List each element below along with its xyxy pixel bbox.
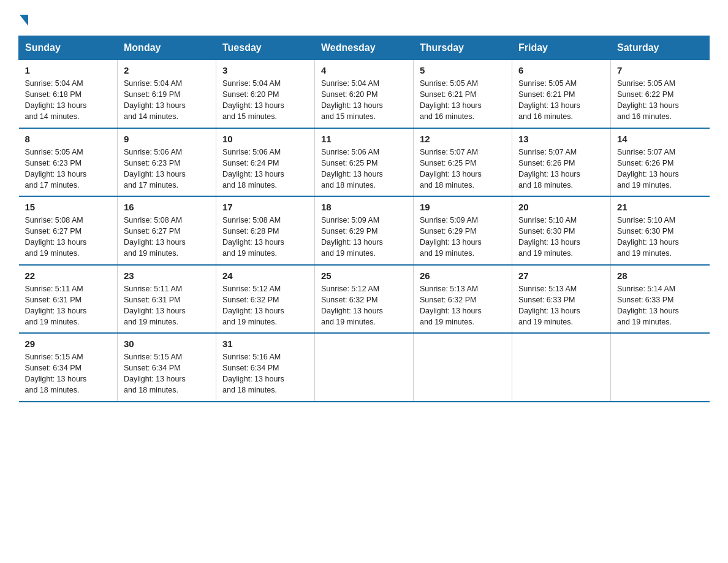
calendar-cell: 7Sunrise: 5:05 AMSunset: 6:22 PMDaylight… <box>611 60 710 128</box>
calendar-cell: 16Sunrise: 5:08 AMSunset: 6:27 PMDayligh… <box>118 196 216 265</box>
day-number: 22 <box>25 270 112 281</box>
day-info: Sunrise: 5:14 AMSunset: 6:33 PMDaylight:… <box>617 283 703 328</box>
day-number: 6 <box>518 65 604 75</box>
calendar-cell: 20Sunrise: 5:10 AMSunset: 6:30 PMDayligh… <box>512 196 611 265</box>
logo <box>18 12 29 23</box>
calendar-cell: 31Sunrise: 5:16 AMSunset: 6:34 PMDayligh… <box>216 333 315 402</box>
day-info: Sunrise: 5:10 AMSunset: 6:30 PMDaylight:… <box>617 215 703 259</box>
day-number: 23 <box>124 270 210 281</box>
day-info: Sunrise: 5:07 AMSunset: 6:26 PMDaylight:… <box>617 147 703 191</box>
day-info: Sunrise: 5:08 AMSunset: 6:27 PMDaylight:… <box>25 215 112 259</box>
calendar-week-row: 1Sunrise: 5:04 AMSunset: 6:18 PMDaylight… <box>19 60 710 128</box>
day-info: Sunrise: 5:10 AMSunset: 6:30 PMDaylight:… <box>518 215 604 259</box>
calendar-cell <box>315 333 414 402</box>
calendar-cell: 6Sunrise: 5:05 AMSunset: 6:21 PMDaylight… <box>512 60 611 128</box>
day-number: 19 <box>420 202 506 212</box>
day-number: 31 <box>222 339 308 349</box>
calendar-cell <box>414 333 512 402</box>
day-number: 4 <box>321 65 407 75</box>
calendar-cell: 1Sunrise: 5:04 AMSunset: 6:18 PMDaylight… <box>19 60 118 128</box>
calendar-cell <box>611 333 710 402</box>
day-number: 12 <box>420 134 506 144</box>
day-info: Sunrise: 5:09 AMSunset: 6:29 PMDaylight:… <box>420 215 506 259</box>
col-header-friday: Friday <box>512 36 611 60</box>
day-info: Sunrise: 5:04 AMSunset: 6:20 PMDaylight:… <box>321 78 407 123</box>
calendar-cell: 27Sunrise: 5:13 AMSunset: 6:33 PMDayligh… <box>512 265 611 334</box>
day-info: Sunrise: 5:12 AMSunset: 6:32 PMDaylight:… <box>222 283 308 328</box>
day-number: 26 <box>420 270 506 281</box>
day-info: Sunrise: 5:08 AMSunset: 6:28 PMDaylight:… <box>222 215 308 259</box>
day-number: 14 <box>617 134 703 144</box>
day-info: Sunrise: 5:07 AMSunset: 6:26 PMDaylight:… <box>518 147 604 191</box>
calendar-cell: 23Sunrise: 5:11 AMSunset: 6:31 PMDayligh… <box>118 265 216 334</box>
calendar-week-row: 8Sunrise: 5:05 AMSunset: 6:23 PMDaylight… <box>19 128 710 197</box>
day-number: 20 <box>518 202 604 212</box>
day-number: 17 <box>222 202 308 212</box>
calendar-cell <box>512 333 611 402</box>
col-header-sunday: Sunday <box>19 36 118 60</box>
day-info: Sunrise: 5:07 AMSunset: 6:25 PMDaylight:… <box>420 147 506 191</box>
day-info: Sunrise: 5:04 AMSunset: 6:19 PMDaylight:… <box>124 78 210 123</box>
calendar-cell: 11Sunrise: 5:06 AMSunset: 6:25 PMDayligh… <box>315 128 414 197</box>
day-info: Sunrise: 5:05 AMSunset: 6:23 PMDaylight:… <box>25 147 112 191</box>
day-info: Sunrise: 5:09 AMSunset: 6:29 PMDaylight:… <box>321 215 407 259</box>
calendar-cell: 30Sunrise: 5:15 AMSunset: 6:34 PMDayligh… <box>118 333 216 402</box>
day-number: 29 <box>25 339 112 349</box>
day-number: 15 <box>25 202 112 212</box>
day-info: Sunrise: 5:15 AMSunset: 6:34 PMDaylight:… <box>25 351 112 396</box>
calendar-cell: 18Sunrise: 5:09 AMSunset: 6:29 PMDayligh… <box>315 196 414 265</box>
day-info: Sunrise: 5:05 AMSunset: 6:21 PMDaylight:… <box>518 78 604 123</box>
day-number: 2 <box>124 65 210 75</box>
day-info: Sunrise: 5:08 AMSunset: 6:27 PMDaylight:… <box>124 215 210 259</box>
day-info: Sunrise: 5:16 AMSunset: 6:34 PMDaylight:… <box>222 351 308 396</box>
calendar-cell: 14Sunrise: 5:07 AMSunset: 6:26 PMDayligh… <box>611 128 710 197</box>
day-number: 30 <box>124 339 210 349</box>
calendar-cell: 19Sunrise: 5:09 AMSunset: 6:29 PMDayligh… <box>414 196 512 265</box>
calendar-cell: 29Sunrise: 5:15 AMSunset: 6:34 PMDayligh… <box>19 333 118 402</box>
calendar-week-row: 29Sunrise: 5:15 AMSunset: 6:34 PMDayligh… <box>19 333 710 402</box>
day-number: 27 <box>518 270 604 281</box>
calendar-cell: 22Sunrise: 5:11 AMSunset: 6:31 PMDayligh… <box>19 265 118 334</box>
calendar-cell: 9Sunrise: 5:06 AMSunset: 6:23 PMDaylight… <box>118 128 216 197</box>
day-number: 5 <box>420 65 506 75</box>
day-info: Sunrise: 5:06 AMSunset: 6:24 PMDaylight:… <box>222 147 308 191</box>
day-info: Sunrise: 5:12 AMSunset: 6:32 PMDaylight:… <box>321 283 407 328</box>
day-info: Sunrise: 5:05 AMSunset: 6:21 PMDaylight:… <box>420 78 506 123</box>
calendar-cell: 28Sunrise: 5:14 AMSunset: 6:33 PMDayligh… <box>611 265 710 334</box>
calendar-cell: 12Sunrise: 5:07 AMSunset: 6:25 PMDayligh… <box>414 128 512 197</box>
col-header-tuesday: Tuesday <box>216 36 315 60</box>
col-header-wednesday: Wednesday <box>315 36 414 60</box>
calendar-cell: 15Sunrise: 5:08 AMSunset: 6:27 PMDayligh… <box>19 196 118 265</box>
day-info: Sunrise: 5:04 AMSunset: 6:20 PMDaylight:… <box>222 78 308 123</box>
day-number: 24 <box>222 270 308 281</box>
day-info: Sunrise: 5:11 AMSunset: 6:31 PMDaylight:… <box>124 283 210 328</box>
col-header-thursday: Thursday <box>414 36 512 60</box>
day-info: Sunrise: 5:05 AMSunset: 6:22 PMDaylight:… <box>617 78 703 123</box>
logo-arrow-icon <box>20 15 28 26</box>
calendar-cell: 21Sunrise: 5:10 AMSunset: 6:30 PMDayligh… <box>611 196 710 265</box>
day-number: 1 <box>25 65 112 75</box>
day-number: 28 <box>617 270 703 281</box>
calendar-cell: 26Sunrise: 5:13 AMSunset: 6:32 PMDayligh… <box>414 265 512 334</box>
day-info: Sunrise: 5:11 AMSunset: 6:31 PMDaylight:… <box>25 283 112 328</box>
day-number: 10 <box>222 134 308 144</box>
day-info: Sunrise: 5:15 AMSunset: 6:34 PMDaylight:… <box>124 351 210 396</box>
calendar-cell: 8Sunrise: 5:05 AMSunset: 6:23 PMDaylight… <box>19 128 118 197</box>
calendar-cell: 25Sunrise: 5:12 AMSunset: 6:32 PMDayligh… <box>315 265 414 334</box>
day-number: 7 <box>617 65 703 75</box>
calendar-cell: 10Sunrise: 5:06 AMSunset: 6:24 PMDayligh… <box>216 128 315 197</box>
day-number: 11 <box>321 134 407 144</box>
day-info: Sunrise: 5:06 AMSunset: 6:23 PMDaylight:… <box>124 147 210 191</box>
calendar-table: SundayMondayTuesdayWednesdayThursdayFrid… <box>18 36 710 402</box>
calendar-cell: 4Sunrise: 5:04 AMSunset: 6:20 PMDaylight… <box>315 60 414 128</box>
calendar-cell: 2Sunrise: 5:04 AMSunset: 6:19 PMDaylight… <box>118 60 216 128</box>
day-number: 21 <box>617 202 703 212</box>
day-number: 9 <box>124 134 210 144</box>
col-header-monday: Monday <box>118 36 216 60</box>
day-number: 13 <box>518 134 604 144</box>
calendar-cell: 5Sunrise: 5:05 AMSunset: 6:21 PMDaylight… <box>414 60 512 128</box>
col-header-saturday: Saturday <box>611 36 710 60</box>
day-number: 16 <box>124 202 210 212</box>
day-number: 25 <box>321 270 407 281</box>
calendar-week-row: 22Sunrise: 5:11 AMSunset: 6:31 PMDayligh… <box>19 265 710 334</box>
